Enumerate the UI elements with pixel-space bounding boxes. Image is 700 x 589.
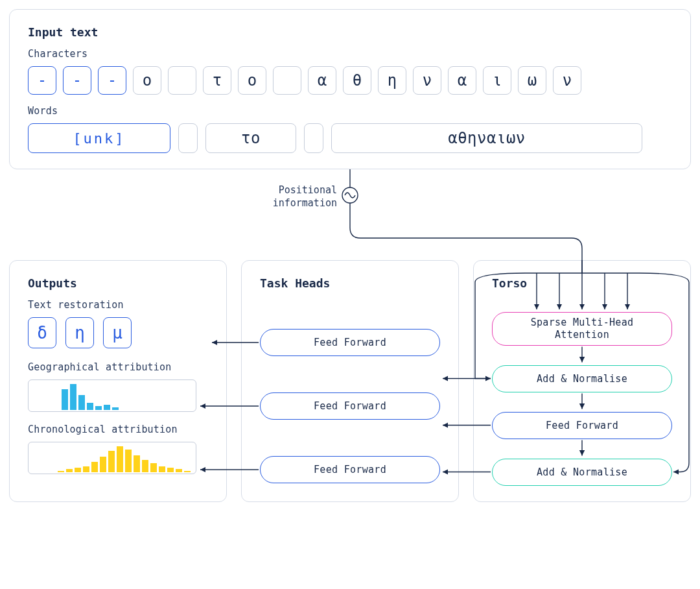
task-heads-panel: Task Heads Feed ForwardFeed ForwardFeed … [241, 260, 459, 502]
bar [70, 384, 76, 410]
input-text-title: Input text [28, 25, 672, 39]
restored-char-2: μ [103, 317, 132, 348]
char-box-5: τ [203, 66, 231, 95]
words-label: Words [28, 105, 672, 117]
task-heads-list: Feed ForwardFeed ForwardFeed Forward [260, 329, 440, 483]
word-box-3 [304, 123, 323, 153]
input-text-panel: Input text Characters ---οτοαθηναιων Wor… [9, 9, 691, 169]
geo-attribution-chart [28, 379, 196, 412]
bar [100, 457, 106, 472]
char-box-9: θ [343, 66, 371, 95]
bar [112, 407, 119, 410]
bar [58, 471, 64, 472]
lower-row: Outputs Text restoration δημ Geographica… [9, 260, 691, 502]
task-head-1: Feed Forward [260, 392, 440, 420]
words-row: [unk]τοαθηναιων [28, 123, 672, 153]
positional-info-label: Positionalinformation [233, 184, 337, 210]
chron-attribution-label: Chronological attribution [28, 424, 208, 435]
torso-block-2: Feed Forward [492, 412, 672, 439]
text-restoration-label: Text restoration [28, 299, 208, 311]
outputs-title: Outputs [28, 276, 208, 290]
torso-block-3: Add & Normalise [492, 459, 672, 486]
char-box-12: α [448, 66, 476, 95]
torso-title: Torso [492, 276, 672, 290]
char-box-7 [273, 66, 301, 95]
geo-attribution-label: Geographical attribution [28, 361, 208, 373]
char-box-13: ι [483, 66, 511, 95]
torso-panel: Torso Sparse Multi-HeadAttentionAdd & No… [473, 260, 691, 502]
char-box-3: ο [133, 66, 161, 95]
char-box-4 [168, 66, 196, 95]
text-restoration-chars: δημ [28, 317, 208, 348]
svg-point-0 [342, 187, 358, 203]
char-box-15: ν [553, 66, 581, 95]
char-box-6: ο [238, 66, 266, 95]
restored-char-1: η [65, 317, 94, 348]
word-box-2: το [205, 123, 296, 153]
bar [66, 469, 73, 472]
bar [95, 406, 102, 410]
word-box-1 [178, 123, 198, 153]
char-box-2: - [98, 66, 126, 95]
bar [184, 471, 191, 472]
torso-block-0: Sparse Multi-HeadAttention [492, 312, 672, 346]
task-head-2: Feed Forward [260, 456, 440, 483]
word-box-0: [unk] [28, 123, 170, 153]
torso-block-1: Add & Normalise [492, 365, 672, 392]
characters-row: ---οτοαθηναιων [28, 66, 672, 95]
torso-list: Sparse Multi-HeadAttentionAdd & Normalis… [492, 312, 672, 486]
characters-label: Characters [28, 48, 672, 60]
bar [83, 466, 89, 472]
bar [62, 389, 68, 410]
char-box-1: - [63, 66, 91, 95]
bar [159, 466, 165, 472]
bar [87, 403, 93, 410]
bar [117, 446, 123, 472]
bar [108, 451, 115, 472]
bar [91, 462, 98, 472]
char-box-10: η [378, 66, 406, 95]
bar [134, 455, 140, 472]
bar [78, 395, 85, 410]
restored-char-0: δ [28, 317, 56, 348]
bar [142, 460, 148, 472]
bar [75, 468, 81, 472]
char-box-8: α [308, 66, 336, 95]
bar [125, 450, 132, 472]
char-box-0: - [28, 66, 56, 95]
bar [104, 405, 110, 410]
outputs-panel: Outputs Text restoration δημ Geographica… [9, 260, 227, 502]
bar [150, 463, 157, 472]
task-heads-title: Task Heads [260, 276, 440, 290]
task-head-0: Feed Forward [260, 329, 440, 356]
char-box-14: ω [518, 66, 546, 95]
bar [167, 468, 174, 472]
bar [176, 469, 182, 472]
chron-attribution-chart [28, 442, 196, 474]
word-box-4: αθηναιων [331, 123, 642, 153]
char-box-11: ν [413, 66, 441, 95]
